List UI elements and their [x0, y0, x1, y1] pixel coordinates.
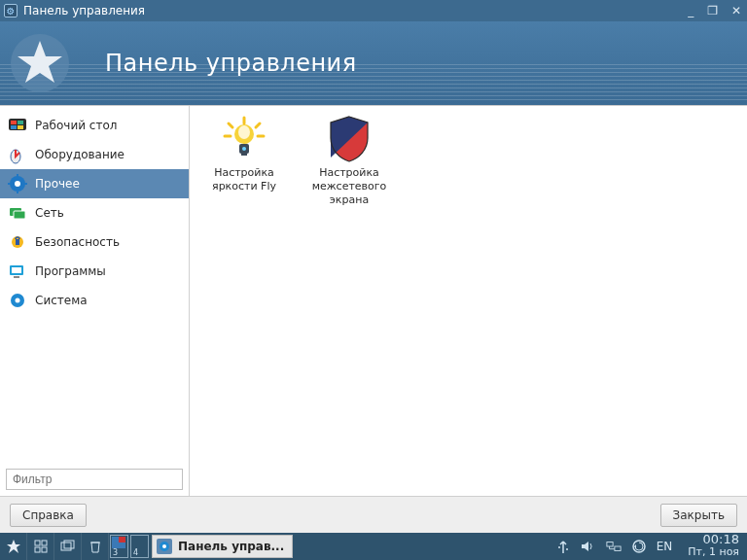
svg-point-9 — [15, 181, 20, 187]
svg-rect-46 — [607, 542, 613, 546]
svg-rect-10 — [17, 174, 18, 178]
tray-language[interactable]: EN — [657, 540, 673, 553]
taskbar-task-button[interactable]: Панель управ... — [152, 535, 293, 558]
svg-rect-12 — [8, 183, 12, 185]
sidebar-item-programs[interactable]: Программы — [0, 257, 189, 286]
pager-label: 4 — [133, 548, 138, 557]
svg-rect-36 — [35, 547, 40, 552]
svg-line-24 — [229, 123, 232, 127]
filter-input[interactable] — [6, 469, 183, 490]
tray-volume-icon[interactable] — [581, 539, 596, 554]
sidebar-item-label: Система — [35, 294, 88, 307]
close-button-label: Закрыть — [673, 508, 725, 522]
svg-point-22 — [16, 298, 20, 303]
help-button[interactable]: Справка — [10, 504, 87, 527]
system-gear-icon — [8, 291, 27, 310]
launcher-brightness[interactable]: Настройка яркости Fly — [199, 114, 289, 193]
sidebar-item-network[interactable]: Сеть — [0, 198, 189, 228]
header-banner: Панель управления — [0, 21, 747, 105]
pager-label: 3 — [113, 548, 118, 557]
dialog-buttons: Справка Закрыть — [0, 496, 747, 533]
svg-rect-20 — [12, 267, 21, 273]
svg-rect-6 — [18, 125, 23, 129]
svg-rect-19 — [14, 276, 19, 278]
svg-rect-47 — [615, 546, 621, 550]
close-button[interactable]: Закрыть — [660, 504, 737, 527]
programs-icon — [8, 262, 27, 281]
help-button-label: Справка — [22, 508, 74, 522]
svg-rect-4 — [18, 121, 23, 124]
sidebar-item-desktop[interactable]: Рабочий стол — [0, 111, 189, 140]
svg-rect-15 — [14, 211, 25, 219]
svg-rect-39 — [64, 541, 74, 548]
clock-date: Пт, 1 ноя — [688, 546, 739, 558]
svg-rect-13 — [23, 183, 27, 185]
window-close-button[interactable]: ✕ — [731, 5, 741, 17]
sidebar-item-other[interactable]: Прочее — [0, 169, 189, 198]
system-taskbar: 3 4 Панель управ... EN 00:18 Пт, 1 ноя — [0, 533, 747, 560]
svg-rect-35 — [42, 541, 47, 545]
hardware-icon — [8, 145, 27, 164]
desktop-pager[interactable]: 3 4 — [109, 533, 150, 560]
svg-rect-34 — [35, 541, 40, 545]
shield-icon — [327, 114, 372, 164]
sidebar-item-label: Программы — [35, 264, 106, 278]
svg-rect-42 — [119, 537, 125, 542]
tray-usb-icon[interactable] — [555, 539, 571, 554]
task-label: Панель управ... — [178, 540, 284, 553]
main-panel: Настройка яркости Fly Настройка межсетев… — [190, 106, 747, 496]
clock-time: 00:18 — [688, 533, 739, 546]
window-minimize-button[interactable]: _ — [688, 5, 694, 17]
sidebar-item-security[interactable]: Безопасность — [0, 228, 189, 257]
network-icon — [8, 203, 27, 223]
header-star-icon — [8, 31, 72, 95]
sidebar-item-label: Сеть — [35, 206, 64, 220]
sidebar-item-label: Безопасность — [35, 235, 120, 249]
sidebar-item-label: Оборудование — [35, 148, 124, 161]
launcher-label: Настройка яркости Fly — [199, 166, 289, 193]
gear-icon — [8, 174, 27, 193]
svg-point-32 — [242, 147, 246, 151]
svg-point-29 — [238, 125, 250, 139]
sidebar-item-label: Рабочий стол — [35, 119, 117, 132]
window-titlebar: ⚙ Панель управления _ ❐ ✕ — [0, 0, 747, 21]
system-tray: EN — [548, 533, 681, 560]
tray-update-icon[interactable] — [631, 539, 647, 554]
taskbar-grid-icon[interactable] — [27, 533, 54, 560]
taskbar-trash-icon[interactable] — [82, 533, 109, 560]
desktop-icon — [8, 116, 27, 135]
launcher-firewall[interactable]: Настройка межсетевого экрана — [304, 114, 394, 206]
svg-line-25 — [256, 123, 260, 127]
taskbar-clock[interactable]: 00:18 Пт, 1 ноя — [680, 533, 747, 560]
window-maximize-button[interactable]: ❐ — [707, 5, 718, 17]
svg-rect-17 — [16, 239, 19, 245]
taskbar-windows-icon[interactable] — [54, 533, 82, 560]
svg-marker-45 — [582, 542, 588, 551]
tray-network-icon[interactable] — [606, 539, 622, 554]
task-app-icon — [157, 539, 172, 554]
sidebar-item-label: Прочее — [35, 177, 80, 191]
svg-rect-31 — [241, 154, 247, 156]
svg-rect-3 — [11, 121, 17, 124]
svg-rect-38 — [61, 542, 71, 550]
launcher-label: Настройка межсетевого экрана — [304, 166, 394, 206]
sidebar: Рабочий стол Оборудование Прочее Сеть — [0, 106, 190, 496]
svg-rect-37 — [42, 547, 47, 552]
start-menu-button[interactable] — [0, 533, 27, 560]
svg-point-44 — [162, 544, 166, 548]
security-icon — [8, 232, 27, 252]
brightness-icon — [220, 114, 268, 164]
svg-rect-11 — [17, 190, 18, 193]
sidebar-item-hardware[interactable]: Оборудование — [0, 140, 189, 169]
window-app-icon: ⚙ — [4, 4, 18, 18]
svg-marker-33 — [7, 540, 20, 553]
svg-rect-5 — [11, 125, 17, 129]
window-title: Панель управления — [23, 4, 145, 18]
page-title: Панель управления — [105, 50, 357, 77]
sidebar-item-system[interactable]: Система — [0, 286, 189, 315]
